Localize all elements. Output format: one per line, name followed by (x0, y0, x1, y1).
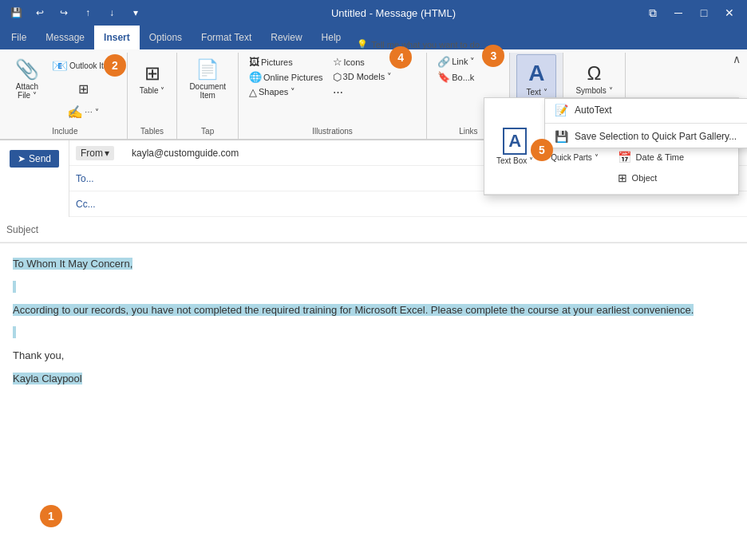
cc-label: Cc... (76, 199, 96, 210)
qp-divider (545, 123, 747, 124)
bookmark-btn[interactable]: 🔖 Bo...k (433, 69, 479, 85)
ribbon-collapse-btn[interactable]: ∧ (733, 53, 741, 65)
autotext-icon: 📝 (555, 104, 568, 116)
attach-file-label: AttachFile ˅ (16, 82, 38, 100)
from-label: From ▾ (76, 146, 132, 160)
include-group-items: 📎 AttachFile ˅ 📧 Outlook Item ⊞ ✍ ⋯ ˅ (10, 54, 121, 124)
object-icon: ⊞ (618, 172, 627, 184)
outlook-icon: 📧 (52, 58, 68, 73)
cc-label-btn[interactable]: Cc... (76, 199, 132, 210)
online-pictures-btn[interactable]: 🌐 Online Pictures (245, 69, 327, 85)
body-main-text: According to our records, you have not c… (13, 302, 734, 319)
minimize-btn[interactable]: ─ (667, 2, 690, 24)
step-3-badge: 3 (482, 45, 504, 67)
maximize-btn[interactable]: □ (693, 2, 715, 24)
close-btn[interactable]: ✕ (718, 2, 741, 24)
tell-me-bar[interactable]: 💡 Tell me what you want to do (350, 39, 486, 49)
links-col: 🔗 Link ˅ 🔖 Bo...k (433, 54, 479, 85)
save-quickpart-icon: 💾 (555, 130, 568, 143)
pictures-label: Pictures (261, 57, 293, 67)
document-icon: 📄 (196, 58, 219, 81)
signature-btn[interactable]: ✍ ⋯ ˅ (46, 101, 121, 124)
include-label: Include (52, 125, 77, 137)
quickparts-submenu: 📝 AutoText ▶ 💾 Save Selection to Quick P… (544, 98, 747, 148)
send-btn[interactable]: ➤ Send (10, 150, 59, 168)
tab-file[interactable]: File (2, 26, 36, 49)
subject-row: Subject (0, 217, 747, 243)
tab-options[interactable]: Options (140, 26, 192, 49)
tab-format-text[interactable]: Format Text (192, 26, 261, 49)
shapes-btn[interactable]: △ Shapes ˅ (245, 85, 327, 100)
up-qat-btn[interactable]: ↑ (78, 3, 97, 22)
restore-window-btn[interactable]: ⧉ (642, 2, 664, 24)
tab-review[interactable]: Review (261, 26, 311, 49)
tables-group-items: ⊞ Table ˅ (134, 54, 171, 124)
bookmark-label: Bo...k (452, 73, 474, 82)
window-title: Untitled - Message (HTML) (145, 7, 642, 19)
undo-qat-btn[interactable]: ↩ (30, 3, 49, 22)
symbols-label: Symbols ˅ (575, 86, 612, 95)
datetime-icon: 📅 (618, 151, 631, 164)
shapes-label: Shapes ˅ (259, 87, 295, 97)
email-body[interactable]: To Whom It May Concern, According to our… (0, 243, 747, 560)
document-item-btn[interactable]: 📄 DocumentItem (184, 54, 231, 104)
to-label: To... (76, 173, 94, 184)
ribbon-group-include: 📎 AttachFile ˅ 📧 Outlook Item ⊞ ✍ ⋯ ˅ (3, 53, 128, 139)
tables-btn[interactable]: ⊞ Table ˅ (134, 54, 171, 102)
table-btn[interactable]: ⊞ (46, 77, 121, 101)
illustrations-label: Illustrations (312, 125, 353, 137)
online-pictures-label: Online Pictures (263, 73, 323, 82)
subject-input[interactable] (54, 224, 741, 235)
to-label-btn[interactable]: To... (76, 173, 132, 184)
smartart-btn[interactable]: ⋯ (329, 85, 397, 100)
more-qat-btn[interactable]: ▾ (126, 3, 145, 22)
closing-line: Thank you, (13, 348, 734, 365)
cc-input[interactable] (132, 199, 741, 210)
greeting-line: To Whom It May Concern, (13, 256, 734, 273)
pictures-btn[interactable]: 🖼 Pictures (245, 54, 327, 69)
body-spacer2 (13, 325, 734, 341)
quickparts-dropdown-label: Quick Parts ˅ (551, 153, 598, 162)
from-chevron-icon: ▾ (105, 148, 109, 159)
omega-icon: Ω (587, 62, 602, 85)
tell-me-text: Tell me what you want to do (371, 40, 480, 49)
send-arrow-icon: ➤ (18, 153, 26, 164)
datetime-btn[interactable]: 📅 Date & Time (612, 148, 730, 167)
pictures-icon: 🖼 (249, 56, 259, 68)
3d-models-btn[interactable]: ⬡ 3D Models ˅ (329, 69, 397, 85)
ribbon-tab-bar: File Message Insert Options Format Text … (0, 26, 747, 49)
document-item-label: DocumentItem (189, 82, 226, 100)
attach-file-btn[interactable]: 📎 AttachFile ˅ (10, 54, 45, 104)
signature-icon: ✍ (67, 105, 83, 120)
link-label: Link ˅ (452, 57, 475, 67)
illus-col2: ☆ Icons ⬡ 3D Models ˅ ⋯ (329, 54, 397, 100)
autotext-item[interactable]: 📝 AutoText ▶ (545, 99, 747, 121)
save-qat-btn[interactable]: 💾 (6, 3, 26, 22)
tab-insert[interactable]: Insert (94, 26, 140, 49)
text-btn[interactable]: A Text ˅ (516, 54, 556, 102)
smartart-icon: ⋯ (333, 86, 343, 98)
online-pictures-icon: 🌐 (249, 71, 262, 83)
icons-btn[interactable]: ☆ Icons (329, 54, 397, 69)
object-btn[interactable]: ⊞ Object (612, 168, 730, 187)
redo-qat-btn[interactable]: ↪ (54, 3, 73, 22)
signature-line: Kayla Claypool (13, 371, 734, 388)
icons-label: Icons (344, 57, 365, 67)
links-label: Links (459, 125, 477, 137)
table-icon: ⊞ (78, 81, 89, 97)
subject-label: Subject (6, 224, 54, 235)
send-col: ➤ Send (0, 140, 69, 217)
symbols-btn[interactable]: Ω Symbols ˅ (570, 54, 618, 102)
from-dropdown[interactable]: From ▾ (76, 146, 114, 160)
tab-help[interactable]: Help (312, 26, 351, 49)
link-btn[interactable]: 🔗 Link ˅ (433, 54, 479, 69)
step-2-badge: 2 (104, 54, 126, 77)
save-quickpart-item[interactable]: 💾 Save Selection to Quick Part Gallery..… (545, 125, 747, 148)
body-spacer1 (13, 279, 734, 296)
tap-label: Tap (201, 125, 214, 137)
textbox-dropdown-label: Text Box ˅ (496, 156, 533, 165)
tab-message[interactable]: Message (36, 26, 94, 49)
down-qat-btn[interactable]: ↓ (102, 3, 121, 22)
shapes-icon: △ (249, 86, 257, 98)
object-label: Object (632, 173, 658, 183)
